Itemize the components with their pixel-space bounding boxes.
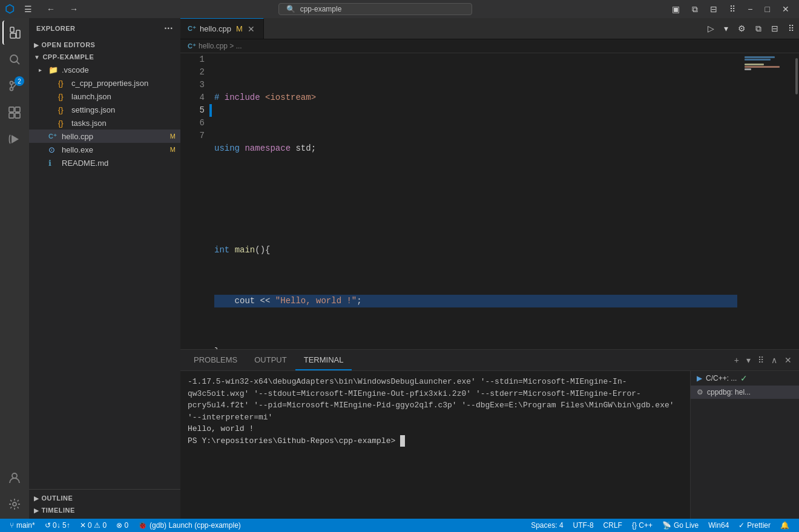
nav-back-button[interactable]: ← [42, 2, 60, 16]
activity-extensions[interactable] [2, 100, 27, 125]
tree-item-vscode[interactable]: ▸ 📁 .vscode [29, 63, 180, 76]
status-go-live[interactable]: 📡 Go Live [657, 521, 703, 530]
activity-search[interactable] [2, 47, 27, 71]
panel-close-button[interactable]: ✕ [782, 354, 794, 366]
status-encoding[interactable]: UTF-8 [568, 521, 599, 530]
activity-account[interactable] [2, 465, 27, 490]
tree-item-settings-json[interactable]: ▸ {} settings.json [29, 103, 180, 116]
code-body: # include <iostream> using namespace std… [209, 53, 799, 349]
tree-item-readme[interactable]: ▸ ℹ README.md [29, 156, 180, 169]
cpp-breadcrumb-icon: C⁺ [188, 42, 196, 50]
scroll-thumb [795, 58, 798, 94]
status-sync[interactable]: ↺ 0↓ 5↑ [40, 519, 75, 532]
tree-item-c-cpp-props[interactable]: ▸ {} c_cpp_properties.json [29, 76, 180, 90]
section-outline[interactable]: ▶ OUTLINE [29, 492, 180, 504]
svg-rect-11 [15, 113, 20, 118]
tree-item-tasks-json[interactable]: ▸ {} tasks.json [29, 116, 180, 130]
tree-item-launch-json[interactable]: ▸ {} launch.json [29, 90, 180, 103]
minimap-line [745, 56, 775, 58]
split-right-button[interactable]: ⊟ [766, 22, 783, 35]
terminal-split-dropdown-button[interactable]: ▾ [744, 354, 753, 366]
status-branch[interactable]: ⑂ main* [5, 519, 40, 532]
terminal-icon: ▶ [697, 374, 702, 383]
tree-item-hello-cpp[interactable]: ▸ C⁺ hello.cpp M [29, 130, 180, 143]
minimap-line [745, 68, 751, 70]
token: include [225, 91, 260, 104]
debug-label: (gdb) Launch (cpp-example) [150, 521, 241, 530]
status-prettier[interactable]: ✓ Prettier [734, 521, 775, 530]
tab-problems[interactable]: PROBLEMS [185, 350, 246, 370]
token: namespace [245, 142, 291, 155]
code-editor[interactable]: 1 2 3 4 5 6 7 # inc [180, 53, 799, 349]
tree-item-label: tasks.json [71, 119, 176, 128]
search-bar[interactable]: 🔍 cpp-example [278, 3, 472, 15]
terminal-item-cpp[interactable]: ▶ C/C++: ... ✓ [691, 371, 799, 386]
section-cpp-example[interactable]: ▼ CPP-EXAMPLE [29, 51, 180, 63]
panel-more-button[interactable]: ⠿ [755, 354, 766, 366]
section-timeline[interactable]: ▶ TIMELINE [29, 504, 180, 516]
panel-toggle-button[interactable]: ⊟ [705, 2, 722, 16]
tab-label: TERMINAL [304, 355, 344, 364]
tree-item-label: launch.json [71, 92, 176, 101]
more-editor-button[interactable]: ⠿ [783, 22, 799, 35]
sidebar-more-icon[interactable]: ··· [164, 23, 173, 34]
status-notifications[interactable]: 🔔 [775, 521, 794, 530]
modified-badge: M [170, 146, 176, 153]
tree-item-label: .vscode [62, 65, 176, 74]
activity-run-debug[interactable] [2, 127, 27, 151]
close-button[interactable]: ✕ [777, 2, 794, 16]
activity-settings[interactable] [2, 492, 27, 516]
new-terminal-button[interactable]: + [732, 354, 741, 366]
run-dropdown-button[interactable]: ▾ [719, 22, 733, 35]
maximize-button[interactable]: □ [760, 2, 775, 16]
breakpoint-indicator [209, 104, 212, 117]
terminal-main[interactable]: -1.17.5-win32-x64\debugAdapters\bin\Wind… [180, 371, 690, 519]
code-line-6: } [214, 346, 737, 349]
line-num-4: 4 [180, 91, 205, 104]
minimize-button[interactable]: − [743, 2, 757, 16]
sidebar-bottom: ▶ OUTLINE ▶ TIMELINE [29, 489, 180, 519]
tree-item-hello-exe[interactable]: ▸ ⊙ hello.exe M [29, 143, 180, 156]
json-file-icon: {} [58, 119, 69, 128]
terminal-item-cppdbg[interactable]: ⚙ cppdbg: hel... [691, 386, 799, 399]
status-debug[interactable]: 🐞 (gdb) Launch (cpp-example) [133, 519, 246, 532]
nav-forward-button[interactable]: → [65, 2, 83, 16]
terminal-item-label: cppdbg: hel... [707, 388, 751, 396]
ports-label: ⊗ 0 [116, 521, 128, 530]
panel-maximize-button[interactable]: ∧ [769, 354, 780, 366]
tab-close-button[interactable]: ✕ [246, 24, 256, 34]
status-platform[interactable]: Win64 [703, 521, 734, 530]
more-button[interactable]: ⠿ [725, 2, 740, 16]
status-spaces[interactable]: Spaces: 4 [526, 521, 568, 530]
section-open-editors[interactable]: ▶ OPEN EDITORS [29, 39, 180, 51]
status-errors[interactable]: ✕ 0 ⚠ 0 [75, 519, 111, 532]
code-line-5: cout << "Hello, world !" ; [214, 295, 737, 307]
branch-label: main* [16, 521, 35, 530]
compare-button[interactable]: ⧉ [751, 22, 766, 35]
json-file-icon: {} [58, 79, 69, 88]
svg-point-5 [10, 82, 13, 85]
panel-area: PROBLEMS OUTPUT TERMINAL + ▾ ⠿ ∧ ✕ [180, 349, 799, 519]
split-editor-button[interactable]: ⧉ [687, 2, 703, 16]
json-file-icon: {} [58, 92, 69, 101]
scrollbar[interactable] [791, 53, 799, 349]
tab-terminal[interactable]: TERMINAL [295, 350, 352, 370]
sidebar-content: ▶ OPEN EDITORS ▼ CPP-EXAMPLE ▸ 📁 .vscode… [29, 39, 180, 489]
editor-tab-hello-cpp[interactable]: C⁺ hello.cpp M ✕ [180, 18, 264, 39]
layout-icon-button[interactable]: ▣ [667, 2, 685, 16]
run-button[interactable]: ▷ [703, 22, 719, 35]
tab-output[interactable]: OUTPUT [246, 350, 295, 370]
line-num-5: 5 [180, 104, 205, 117]
code-content[interactable]: # include <iostream> using namespace std… [209, 53, 742, 349]
activity-source-control[interactable]: 2 [2, 74, 27, 98]
status-ports[interactable]: ⊗ 0 [111, 519, 133, 532]
status-language[interactable]: {} C++ [627, 521, 657, 530]
settings-editor-button[interactable]: ⚙ [733, 22, 751, 35]
sidebar-header: EXPLORER ··· [29, 18, 180, 39]
status-line-ending[interactable]: CRLF [599, 521, 627, 530]
spaces-label: Spaces: 4 [531, 521, 563, 530]
code-panel-container: 1 2 3 4 5 6 7 # inc [180, 53, 799, 519]
svg-point-14 [13, 502, 16, 506]
hamburger-menu-button[interactable]: ☰ [19, 2, 37, 16]
activity-explorer[interactable] [2, 21, 27, 45]
